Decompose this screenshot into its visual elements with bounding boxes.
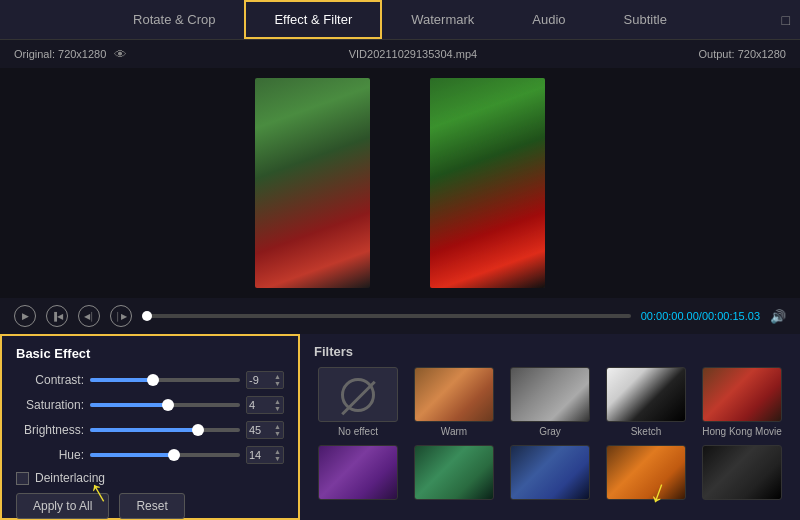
saturation-slider[interactable] <box>90 403 240 407</box>
input-preview <box>255 78 370 288</box>
output-preview <box>430 78 545 288</box>
action-buttons: Apply to All Reset <box>16 493 284 519</box>
saturation-fill <box>90 403 168 407</box>
brightness-thumb[interactable] <box>192 424 204 436</box>
filter-purple[interactable] <box>314 445 402 504</box>
step-forward-button[interactable]: │▶ <box>110 305 132 327</box>
bottom-section: Basic Effect Contrast: -9 ▲▼ Saturation: <box>0 334 800 520</box>
app-container: Rotate & Crop Effect & Filter Watermark … <box>0 0 800 520</box>
filters-panel: Filters No effect Warm Gray <box>300 334 800 520</box>
window-controls: □ <box>782 12 790 28</box>
filter-sketch[interactable]: Sketch <box>602 367 690 437</box>
filter-dark[interactable] <box>698 445 786 504</box>
contrast-fill <box>90 378 153 382</box>
basic-effect-panel: Basic Effect Contrast: -9 ▲▼ Saturation: <box>0 334 300 520</box>
hue-label: Hue: <box>16 448 84 462</box>
tab-rotate-crop[interactable]: Rotate & Crop <box>104 0 244 39</box>
step-back-button[interactable]: ◀│ <box>78 305 100 327</box>
deinterlace-row: Deinterlacing <box>16 471 284 485</box>
sketch-thumb <box>606 367 686 422</box>
output-label: Output: 720x1280 <box>699 48 786 60</box>
contrast-slider[interactable] <box>90 378 240 382</box>
input-video-frame <box>255 78 370 288</box>
hue-slider[interactable] <box>90 453 240 457</box>
hk-label: Hong Kong Movie <box>702 426 782 437</box>
filter-green[interactable] <box>410 445 498 504</box>
apply-all-button[interactable]: Apply to All <box>16 493 109 519</box>
green-thumb <box>414 445 494 500</box>
reset-button[interactable]: Reset <box>119 493 184 519</box>
filter-gray[interactable]: Gray <box>506 367 594 437</box>
seek-bar[interactable] <box>142 314 631 318</box>
hue-fill <box>90 453 174 457</box>
brightness-slider[interactable] <box>90 428 240 432</box>
eye-icon: 👁 <box>114 47 127 62</box>
original-info: Original: 720x1280 👁 <box>14 47 127 62</box>
saturation-label: Saturation: <box>16 398 84 412</box>
brightness-fill <box>90 428 198 432</box>
gray-thumb <box>510 367 590 422</box>
basic-effect-title: Basic Effect <box>16 346 284 361</box>
preview-area <box>0 68 800 298</box>
warm-thumb <box>414 367 494 422</box>
tab-bar: Rotate & Crop Effect & Filter Watermark … <box>0 0 800 40</box>
output-video-frame <box>430 78 545 288</box>
hue-thumb[interactable] <box>168 449 180 461</box>
brightness-label: Brightness: <box>16 423 84 437</box>
filter-no-effect[interactable]: No effect <box>314 367 402 437</box>
deinterlacing-checkbox[interactable] <box>16 472 29 485</box>
filter-orange[interactable] <box>602 445 690 504</box>
sketch-label: Sketch <box>631 426 662 437</box>
tab-watermark[interactable]: Watermark <box>382 0 503 39</box>
no-effect-label: No effect <box>338 426 378 437</box>
hue-row: Hue: 14 ▲▼ <box>16 446 284 464</box>
warm-label: Warm <box>441 426 467 437</box>
time-display: 00:00:00.00/00:00:15.03 <box>641 310 760 322</box>
saturation-row: Saturation: 4 ▲▼ <box>16 396 284 414</box>
brightness-value: 45 ▲▼ <box>246 421 284 439</box>
no-effect-icon <box>341 378 375 412</box>
contrast-value: -9 ▲▼ <box>246 371 284 389</box>
orange-thumb <box>606 445 686 500</box>
tab-audio[interactable]: Audio <box>503 0 594 39</box>
tab-effect-filter[interactable]: Effect & Filter <box>244 0 382 39</box>
filter-hk-movie[interactable]: Hong Kong Movie <box>698 367 786 437</box>
original-label: Original: 720x1280 <box>14 48 106 60</box>
contrast-thumb[interactable] <box>147 374 159 386</box>
contrast-row: Contrast: -9 ▲▼ <box>16 371 284 389</box>
hue-value: 14 ▲▼ <box>246 446 284 464</box>
contrast-label: Contrast: <box>16 373 84 387</box>
filters-grid: No effect Warm Gray Sketch <box>314 367 786 504</box>
prev-frame-button[interactable]: ▐◀ <box>46 305 68 327</box>
hk-thumb <box>702 367 782 422</box>
dark-thumb <box>702 445 782 500</box>
purple-thumb <box>318 445 398 500</box>
volume-icon[interactable]: 🔊 <box>770 309 786 324</box>
filter-blue[interactable] <box>506 445 594 504</box>
no-effect-thumb <box>318 367 398 422</box>
blue-thumb <box>510 445 590 500</box>
saturation-value: 4 ▲▼ <box>246 396 284 414</box>
tab-subtitle[interactable]: Subtitle <box>595 0 696 39</box>
saturation-thumb[interactable] <box>162 399 174 411</box>
gray-label: Gray <box>539 426 561 437</box>
filters-title: Filters <box>314 344 786 359</box>
play-button[interactable]: ▶ <box>14 305 36 327</box>
filter-warm[interactable]: Warm <box>410 367 498 437</box>
info-bar: Original: 720x1280 👁 VID20211029135304.m… <box>0 40 800 68</box>
deinterlacing-label: Deinterlacing <box>35 471 105 485</box>
seek-thumb[interactable] <box>142 311 152 321</box>
brightness-row: Brightness: 45 ▲▼ <box>16 421 284 439</box>
filename-label: VID20211029135304.mp4 <box>349 48 477 60</box>
playback-bar: ▶ ▐◀ ◀│ │▶ 00:00:00.00/00:00:15.03 🔊 <box>0 298 800 334</box>
